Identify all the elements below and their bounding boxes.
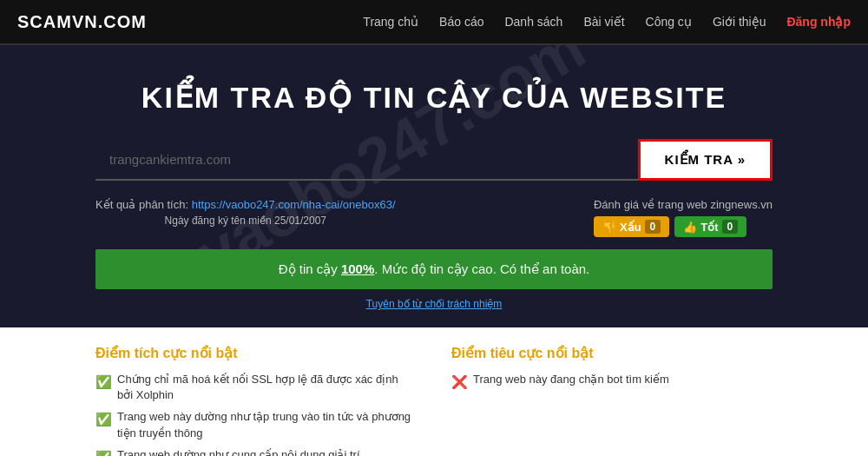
nav-report[interactable]: Báo cáo [439,15,483,29]
result-right: Đánh giá về trang web zingnews.vn 👎 Xấu … [594,198,773,237]
result-label: Kết quả phân tích: [95,198,188,211]
check-icon-2: ✅ [95,448,112,456]
negatives-column: Điểm tiêu cực nổi bật ❌ Trang web này đa… [451,345,773,456]
positives-title: Điểm tích cực nổi bật [95,345,417,361]
result-label-row: Kết quả phân tích: https://vaobo247.com/… [95,198,396,211]
nav-about[interactable]: Giới thiệu [713,15,766,29]
nav-list[interactable]: Danh sách [504,15,562,29]
vote-good-count: 0 [722,220,739,234]
x-icon-0: ❌ [451,373,468,391]
trust-suffix: . Mức độ tin cậy cao. Có thể an toàn. [374,261,589,276]
result-link[interactable]: https://vaobo247.com/nha-cai/onebox63/ [192,198,396,211]
check-icon-0: ✅ [95,373,112,391]
negative-text-0: Trang web này đang chặn bot tìm kiếm [473,372,669,387]
negative-item-0: ❌ Trang web này đang chặn bot tìm kiếm [451,372,773,391]
search-button[interactable]: KIỂM TRA » [638,139,773,181]
positive-text-1: Trang web này dường như tập trung vào ti… [117,409,417,440]
trust-prefix: Độ tin cậy [279,261,341,276]
trust-bar: Độ tin cậy 100%. Mức độ tin cậy cao. Có … [95,249,773,289]
nav-articles[interactable]: Bài viết [583,15,624,29]
vote-bad-count: 0 [645,220,661,234]
logo: SCAMVN.COM [17,12,147,32]
negatives-title: Điểm tiêu cực nổi bật [451,345,773,361]
positive-item-0: ✅ Chứng chỉ mã hoá kết nối SSL hợp lệ đã… [95,372,417,403]
positive-text-2: Trang web dường như cung cấp nội dung gi… [117,447,360,456]
nav-tools[interactable]: Công cụ [646,15,692,29]
nav-home[interactable]: Trang chủ [363,15,418,29]
result-date: Ngày đăng ký tên miền 25/01/2007 [95,215,396,227]
search-bar: KIỂM TRA » [95,139,773,181]
hero-section: vaobo247.com KIỂM TRA ĐỘ TIN CẬY CỦA WEB… [0,45,868,327]
trust-percent: 100% [341,261,374,276]
positive-item-1: ✅ Trang web này dường như tập trung vào … [95,409,417,440]
disclaimer[interactable]: Tuyên bố từ chối trách nhiệm [95,298,773,310]
vote-good-label: Tốt [700,221,718,234]
search-input[interactable] [95,139,638,181]
nav-login[interactable]: Đăng nhập [786,15,851,29]
analysis-panel: Điểm tích cực nổi bật ✅ Chứng chỉ mã hoá… [0,327,868,456]
page-title: KIỂM TRA ĐỘ TIN CẬY CỦA WEBSITE [17,80,851,115]
positives-column: Điểm tích cực nổi bật ✅ Chứng chỉ mã hoá… [95,345,417,456]
header: SCAMVN.COM Trang chủ Báo cáo Danh sách B… [0,0,868,43]
vote-buttons: 👎 Xấu 0 👍 Tốt 0 [594,216,773,237]
vote-bad-button[interactable]: 👎 Xấu 0 [594,216,669,237]
positive-item-2: ✅ Trang web dường như cung cấp nội dung … [95,447,417,456]
result-left: Kết quả phân tích: https://vaobo247.com/… [95,198,396,227]
positive-text-0: Chứng chỉ mã hoá kết nối SSL hợp lệ đã đ… [117,372,417,403]
vote-bad-label: Xấu [620,221,641,234]
vote-good-button[interactable]: 👍 Tốt 0 [674,216,746,237]
check-icon-1: ✅ [95,410,112,428]
navigation: Trang chủ Báo cáo Danh sách Bài viết Côn… [363,15,851,29]
results-area: Kết quả phân tích: https://vaobo247.com/… [95,198,773,237]
rating-label: Đánh giá về trang web zingnews.vn [594,198,773,211]
